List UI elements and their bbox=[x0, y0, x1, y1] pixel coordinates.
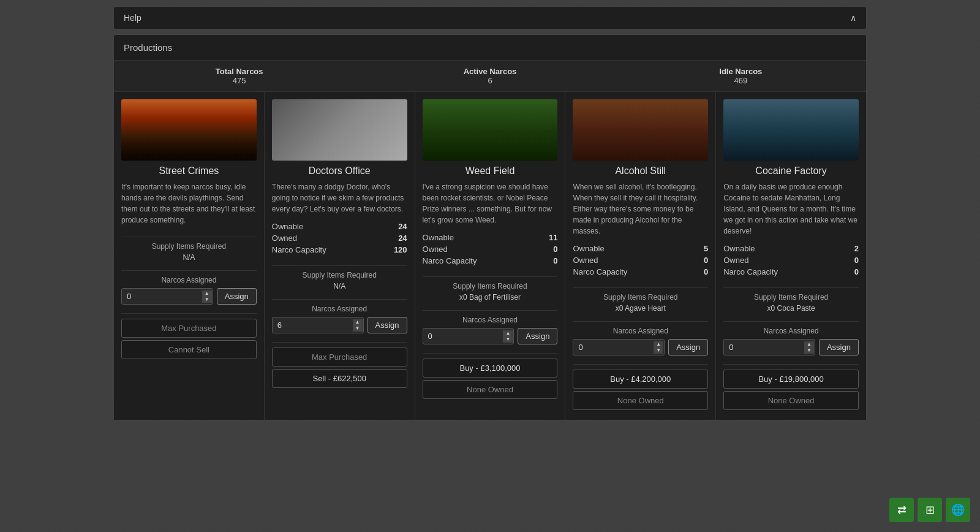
cocaine-factory-sell-button: None Owned bbox=[723, 391, 859, 410]
weed-field-supply-label: Supply Items Required bbox=[423, 282, 558, 291]
alcohol-still-supply-item: x0 Agave Heart bbox=[573, 304, 708, 313]
doctors-office-spinner-down[interactable]: ▼ bbox=[353, 325, 363, 332]
street-crimes-input-wrapper: ▲ ▼ bbox=[121, 288, 213, 305]
divider bbox=[121, 270, 257, 271]
street-crimes-assign-button[interactable]: Assign bbox=[217, 288, 257, 305]
doctors-office-narcos-label: Narcos Assigned bbox=[272, 305, 407, 313]
productions-title: Productions bbox=[114, 35, 866, 61]
alcohol-still-assign-button[interactable]: Assign bbox=[668, 339, 708, 355]
alcohol-still-assign-input[interactable] bbox=[573, 339, 665, 355]
doctors-office-spinner-up[interactable]: ▲ bbox=[353, 319, 363, 325]
divider bbox=[423, 310, 558, 311]
alcohol-still-description: When we sell alcohol, it's bootlegging. … bbox=[573, 181, 708, 237]
alcohol-still-spinner-up[interactable]: ▲ bbox=[654, 341, 663, 348]
cocaine-factory-spinner-down[interactable]: ▼ bbox=[804, 348, 814, 354]
alcohol-still-stat-row: Owned0 bbox=[573, 254, 708, 266]
cocaine-factory-buy-button[interactable]: Buy - £19,800,000 bbox=[723, 370, 859, 389]
divider bbox=[573, 287, 708, 288]
cocaine-factory-supply-item: x0 Coca Paste bbox=[723, 304, 859, 313]
cocaine-factory-assign-input[interactable] bbox=[723, 339, 815, 355]
doctors-office-assign-input[interactable] bbox=[272, 317, 364, 333]
weed-field-assign-button[interactable]: Assign bbox=[518, 328, 557, 344]
card-weed-field: Weed FieldI've a strong suspicion we sho… bbox=[415, 92, 566, 420]
street-crimes-spinner-down[interactable]: ▼ bbox=[202, 297, 212, 303]
alcohol-still-spinner-down[interactable]: ▼ bbox=[654, 348, 663, 354]
street-crimes-image bbox=[121, 99, 257, 161]
weed-field-stat-row: Ownable11 bbox=[423, 232, 558, 243]
alcohol-still-stat-row: Ownable5 bbox=[573, 243, 708, 254]
street-crimes-sell-button: Cannot Sell bbox=[121, 340, 257, 359]
cocaine-factory-stat-row: Ownable2 bbox=[723, 243, 859, 254]
doctors-office-stat-row: Ownable24 bbox=[272, 221, 407, 232]
weed-field-stat-row: Narco Capacity0 bbox=[423, 255, 558, 267]
street-crimes-spinner-up[interactable]: ▲ bbox=[202, 291, 212, 297]
help-bar[interactable]: Help ∧ bbox=[113, 6, 867, 29]
doctors-office-assign-row: ▲ ▼ Assign bbox=[272, 317, 407, 333]
alcohol-still-assign-row: ▲ ▼ Assign bbox=[573, 339, 708, 355]
weed-field-title: Weed Field bbox=[423, 165, 558, 177]
alcohol-still-buy-button[interactable]: Buy - £4,200,000 bbox=[573, 370, 708, 389]
cocaine-factory-spinner-up[interactable]: ▲ bbox=[804, 341, 814, 348]
divider bbox=[121, 237, 257, 237]
weed-field-spinner: ▲ ▼ bbox=[503, 328, 513, 344]
cocaine-factory-stats: Ownable2Owned0Narco Capacity0 bbox=[723, 243, 859, 278]
cocaine-factory-stat-row: Owned0 bbox=[723, 254, 859, 266]
cocaine-factory-input-wrapper: ▲ ▼ bbox=[723, 339, 815, 355]
doctors-office-image bbox=[272, 99, 407, 161]
cocaine-factory-assign-button[interactable]: Assign bbox=[819, 339, 859, 355]
cocaine-factory-image bbox=[723, 99, 859, 161]
card-doctors-office: Doctors OfficeThere's many a dodgy Docto… bbox=[265, 92, 415, 420]
arrows-icon[interactable]: ⇄ bbox=[889, 498, 914, 522]
doctors-office-supply-label: Supply Items Required bbox=[272, 271, 407, 279]
street-crimes-narcos-label: Narcos Assigned bbox=[121, 276, 257, 284]
doctors-office-title: Doctors Office bbox=[272, 165, 407, 177]
cocaine-factory-stat-row: Narco Capacity0 bbox=[723, 266, 859, 278]
cocaine-factory-title: Cocaine Factory bbox=[723, 165, 859, 177]
cocaine-factory-description: On a daily basis we produce enough Cocai… bbox=[723, 181, 859, 237]
divider bbox=[272, 265, 407, 266]
weed-field-spinner-up[interactable]: ▲ bbox=[503, 330, 513, 336]
street-crimes-assign-input[interactable] bbox=[121, 288, 213, 305]
divider bbox=[573, 321, 708, 322]
productions-panel: Productions Total Narcos 475 Active Narc… bbox=[113, 34, 867, 420]
weed-field-spinner-down[interactable]: ▼ bbox=[503, 336, 513, 343]
weed-field-supply-item: x0 Bag of Fertiliser bbox=[423, 293, 558, 302]
total-narcos-value: 475 bbox=[120, 76, 358, 85]
weed-field-buy-button[interactable]: Buy - £3,100,000 bbox=[423, 359, 558, 378]
chart-icon[interactable]: ⊞ bbox=[918, 498, 942, 522]
card-cocaine-factory: Cocaine FactoryOn a daily basis we produ… bbox=[716, 92, 866, 420]
doctors-office-assign-button[interactable]: Assign bbox=[368, 317, 407, 333]
alcohol-still-supply-label: Supply Items Required bbox=[573, 293, 708, 302]
street-crimes-buy-button: Max Purchased bbox=[121, 319, 257, 338]
doctors-office-stat-row: Narco Capacity120 bbox=[272, 244, 407, 256]
total-narcos-label: Total Narcos bbox=[120, 67, 358, 76]
active-narcos-stat: Active Narcos 6 bbox=[364, 61, 615, 91]
alcohol-still-input-wrapper: ▲ ▼ bbox=[573, 339, 665, 355]
cocaine-factory-supply-label: Supply Items Required bbox=[723, 293, 859, 302]
street-crimes-description: It's important to keep narcos busy, idle… bbox=[121, 181, 257, 226]
doctors-office-stats: Ownable24Owned24Narco Capacity120 bbox=[272, 221, 407, 256]
street-crimes-supply-label: Supply Items Required bbox=[121, 242, 257, 251]
divider bbox=[423, 276, 558, 277]
globe-icon[interactable]: 🌐 bbox=[946, 498, 970, 522]
weed-field-assign-input[interactable] bbox=[423, 328, 514, 344]
divider bbox=[723, 364, 859, 365]
divider bbox=[272, 299, 407, 300]
cocaine-factory-narcos-label: Narcos Assigned bbox=[723, 327, 859, 335]
help-label: Help bbox=[124, 13, 141, 23]
weed-field-input-wrapper: ▲ ▼ bbox=[423, 328, 514, 344]
doctors-office-sell-button[interactable]: Sell - £622,500 bbox=[272, 369, 407, 388]
cards-row: Street CrimesIt's important to keep narc… bbox=[114, 92, 866, 420]
divider bbox=[121, 313, 257, 314]
bottom-icons: ⇄ ⊞ 🌐 bbox=[889, 498, 970, 522]
weed-field-description: I've a strong suspicion we should have b… bbox=[423, 181, 558, 226]
alcohol-still-stat-row: Narco Capacity0 bbox=[573, 266, 708, 278]
doctors-office-spinner: ▲ ▼ bbox=[353, 317, 363, 333]
cocaine-factory-assign-row: ▲ ▼ Assign bbox=[723, 339, 859, 355]
idle-narcos-value: 469 bbox=[622, 76, 860, 85]
help-chevron-icon: ∧ bbox=[850, 13, 856, 23]
alcohol-still-narcos-label: Narcos Assigned bbox=[573, 327, 708, 335]
cocaine-factory-spinner: ▲ ▼ bbox=[804, 339, 814, 355]
street-crimes-title: Street Crimes bbox=[121, 165, 257, 177]
doctors-office-stat-row: Owned24 bbox=[272, 232, 407, 244]
